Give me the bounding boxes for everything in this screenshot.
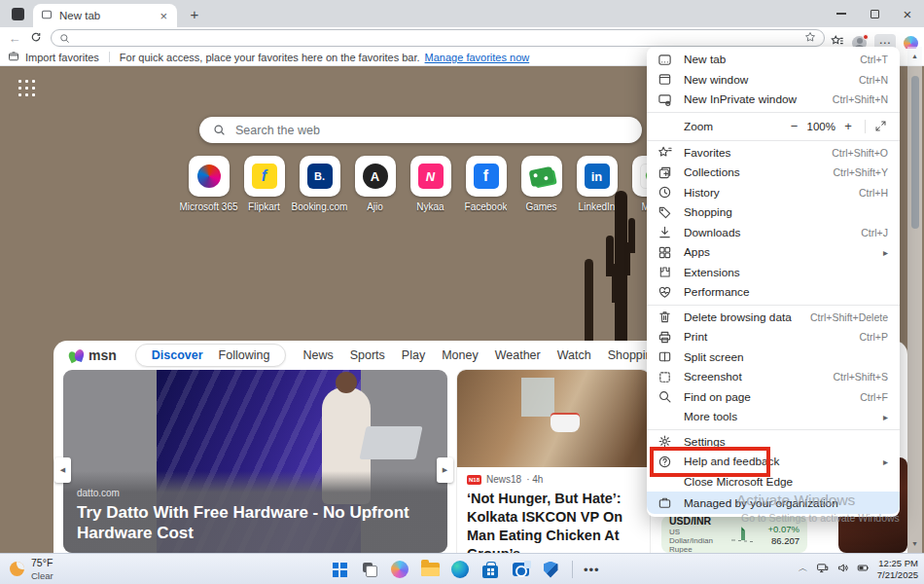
windows-security-button[interactable]: [540, 559, 561, 580]
nav-tab-play[interactable]: Play: [402, 348, 425, 362]
taskbar-weather-widget[interactable]: 75°F Clear: [10, 557, 53, 580]
windows-taskbar: 75°F Clear ••• ︿ 12:25 PM 7/21/2025: [0, 553, 924, 584]
favorites-hint-text: For quick access, place your favorites h…: [120, 52, 420, 63]
carousel-prev-button[interactable]: ◀: [54, 457, 71, 483]
menu-item-find-on-page[interactable]: Find on pageCtrl+F: [647, 387, 900, 408]
shortcut-facebook[interactable]: fFacebook: [458, 156, 514, 212]
microsoft-365-icon: [197, 164, 221, 188]
page-scrollbar[interactable]: ▲ ▼: [907, 47, 922, 553]
screenshot-icon: [657, 370, 672, 384]
shortcut-ajio[interactable]: AAjio: [347, 156, 403, 212]
file-explorer-button[interactable]: [419, 559, 441, 580]
menu-item-extensions[interactable]: Extensions: [647, 263, 900, 283]
shortcut-games[interactable]: Games: [514, 156, 569, 212]
shopping-tag-icon: [657, 205, 672, 220]
web-search-box[interactable]: Search the web: [199, 117, 642, 143]
news-photo: [457, 370, 650, 467]
page-layout-grid-icon[interactable]: [18, 80, 36, 97]
nav-tab-money[interactable]: Money: [442, 348, 479, 362]
nav-tab-watch[interactable]: Watch: [557, 348, 591, 362]
nav-tab-discover[interactable]: Discover: [152, 348, 203, 362]
import-favorites-button[interactable]: Import favorites: [25, 52, 99, 63]
menu-item-help-and-feedback[interactable]: Help and feedback: [647, 452, 900, 472]
task-view-button[interactable]: [359, 559, 380, 580]
microsoft-store-button[interactable]: [480, 559, 501, 580]
workspaces-icon[interactable]: [12, 8, 24, 20]
sponsored-card[interactable]: datto.com Try Datto With Free Hardware -…: [63, 370, 447, 553]
shortcut-booking[interactable]: B.Booking.com: [292, 156, 347, 212]
edge-browser-window: New tab × + × ← ⋯ Import favorites For q: [0, 0, 924, 584]
flipkart-icon: f: [252, 164, 277, 189]
zoom-in-button[interactable]: +: [839, 119, 857, 133]
minimize-button[interactable]: [825, 0, 858, 27]
outlook-button[interactable]: [510, 559, 531, 580]
booking-icon: B.: [307, 164, 333, 189]
restore-button[interactable]: [858, 0, 891, 27]
fullscreen-icon[interactable]: [873, 119, 888, 133]
shortcut-nykaa[interactable]: NNykaa: [403, 156, 458, 212]
menu-item-performance[interactable]: Performance: [647, 282, 900, 303]
menu-item-print[interactable]: PrintCtrl+P: [647, 327, 900, 347]
menu-item-more-tools[interactable]: More tools: [647, 407, 900, 427]
shortcut-linkedin[interactable]: inLinkedIn: [569, 156, 624, 212]
menu-item-history[interactable]: HistoryCtrl+H: [647, 183, 900, 203]
nav-tab-news[interactable]: News: [302, 348, 333, 362]
shortcut-microsoft-365[interactable]: Microsoft 365: [181, 156, 236, 212]
feed-toggle-pill: Discover Following: [135, 344, 287, 367]
back-button[interactable]: ←: [4, 31, 25, 46]
menu-item-managed-by-organization[interactable]: Managed by your organization: [647, 492, 900, 514]
menu-item-close-microsoft-edge[interactable]: Close Microsoft Edge: [647, 472, 900, 493]
close-window-button[interactable]: ×: [891, 0, 924, 27]
favorite-star-icon[interactable]: [804, 29, 816, 47]
scroll-up-icon[interactable]: ▲: [907, 53, 922, 59]
tray-chevron-icon[interactable]: ︿: [799, 562, 808, 575]
task-view-icon: [363, 563, 377, 577]
news-card[interactable]: N18 News18 · 4h ‘Not Hunger, But Hate’: …: [457, 370, 650, 553]
menu-item-delete-browsing-data[interactable]: Delete browsing dataCtrl+Shift+Delete: [647, 308, 900, 328]
menu-item-downloads[interactable]: DownloadsCtrl+J: [647, 223, 900, 243]
finance-widget[interactable]: USD/INR US Dollar/Indian Rupee +0.07% 86…: [661, 516, 807, 553]
scroll-down-icon[interactable]: ▼: [907, 540, 922, 547]
downloads-icon: [657, 225, 672, 239]
clock-date: 7/21/2025: [877, 569, 918, 581]
zoom-out-button[interactable]: −: [786, 119, 803, 133]
carousel-next-button[interactable]: ▶: [437, 457, 453, 483]
menu-item-collections[interactable]: CollectionsCtrl+Shift+Y: [647, 163, 900, 183]
battery-icon[interactable]: [857, 561, 870, 578]
copilot-icon: [391, 561, 409, 578]
taskbar-overflow-button[interactable]: •••: [584, 563, 600, 577]
scrollbar-thumb[interactable]: [911, 76, 919, 229]
zoom-level: 100%: [807, 121, 835, 132]
menu-item-screenshot[interactable]: ScreenshotCtrl+Shift+S: [647, 367, 900, 387]
menu-item-new-window[interactable]: New windowCtrl+N: [647, 70, 900, 91]
manage-favorites-link[interactable]: Manage favorites now: [425, 52, 530, 63]
copilot-button[interactable]: [389, 559, 410, 580]
shortcut-flipkart[interactable]: fFlipkart: [236, 156, 292, 212]
new-tab-button[interactable]: +: [185, 6, 204, 22]
volume-icon[interactable]: [836, 561, 849, 578]
menu-item-favorites[interactable]: FavoritesCtrl+Shift+O: [647, 143, 900, 164]
menu-item-settings[interactable]: Settings: [647, 432, 900, 453]
briefcase-icon: [657, 495, 672, 510]
menu-item-split-screen[interactable]: Split screen: [647, 347, 900, 368]
browser-tab[interactable]: New tab ×: [33, 4, 177, 27]
address-bar[interactable]: [51, 29, 825, 47]
network-icon[interactable]: [816, 561, 829, 578]
menu-item-apps[interactable]: Apps: [647, 242, 900, 263]
nav-tab-weather[interactable]: Weather: [495, 348, 541, 362]
msn-butterfly-icon: [69, 348, 85, 363]
menu-item-new-inprivate-window[interactable]: New InPrivate windowCtrl+Shift+N: [647, 90, 900, 110]
start-button[interactable]: [329, 559, 350, 580]
msn-logo[interactable]: msn: [69, 347, 117, 363]
menu-item-shopping[interactable]: Shopping: [647, 202, 900, 223]
menu-item-new-tab[interactable]: New tabCtrl+T: [647, 50, 900, 70]
games-icon: [528, 165, 554, 187]
nav-tab-sports[interactable]: Sports: [350, 348, 385, 362]
taskbar-clock[interactable]: 12:25 PM 7/21/2025: [877, 558, 918, 582]
gear-icon: [657, 434, 672, 449]
nav-tab-following[interactable]: Following: [219, 348, 270, 362]
refresh-button[interactable]: [25, 31, 47, 46]
currency-value: 86.207: [768, 535, 800, 546]
tab-close-icon[interactable]: ×: [158, 9, 169, 23]
edge-button[interactable]: [449, 559, 471, 580]
